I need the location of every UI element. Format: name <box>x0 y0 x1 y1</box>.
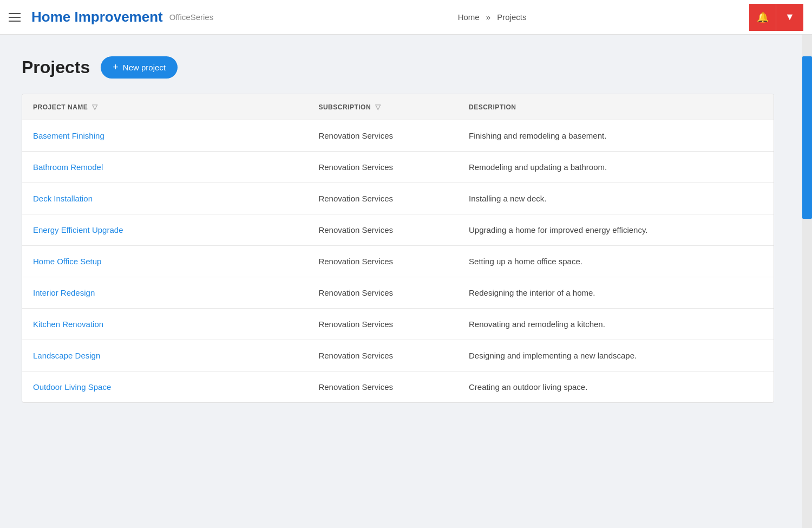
project-name-link[interactable]: Kitchen Renovation <box>33 320 103 329</box>
breadcrumb-home[interactable]: Home <box>458 12 480 22</box>
project-name-link[interactable]: Interior Redesign <box>33 288 95 297</box>
table-body: Basement FinishingRenovation ServicesFin… <box>22 120 774 403</box>
filter-icon-subscription[interactable]: ▽ <box>375 103 381 111</box>
breadcrumb-current: Projects <box>497 12 526 22</box>
new-project-button[interactable]: + New project <box>101 56 178 79</box>
col-header-project-name: PROJECT NAME ▽ <box>22 94 307 120</box>
description-cell: Upgrading a home for improved energy eff… <box>458 214 774 246</box>
app-subtitle: OfficeSeries <box>169 12 213 22</box>
project-name-link[interactable]: Outdoor Living Space <box>33 382 111 392</box>
project-name-cell: Deck Installation <box>22 183 307 214</box>
table-row: Outdoor Living SpaceRenovation ServicesC… <box>22 371 774 403</box>
subscription-cell: Renovation Services <box>307 183 458 214</box>
description-cell: Installing a new deck. <box>458 183 774 214</box>
filter-icon-project[interactable]: ▽ <box>92 103 98 111</box>
project-name-link[interactable]: Landscape Design <box>33 351 100 360</box>
description-cell: Remodeling and updating a bathroom. <box>458 152 774 183</box>
table-row: Energy Efficient UpgradeRenovation Servi… <box>22 214 774 246</box>
project-name-cell: Interior Redesign <box>22 277 307 309</box>
col-header-subscription: SUBSCRIPTION ▽ <box>307 94 458 120</box>
project-name-link[interactable]: Bathroom Remodel <box>33 162 103 172</box>
breadcrumb-separator: » <box>486 12 490 22</box>
table-header: PROJECT NAME ▽ SUBSCRIPTION ▽ DESCRIPTIO… <box>22 94 774 120</box>
projects-table-container: PROJECT NAME ▽ SUBSCRIPTION ▽ DESCRIPTIO… <box>22 94 774 403</box>
description-cell: Redesigning the interior of a home. <box>458 277 774 309</box>
project-name-link[interactable]: Energy Efficient Upgrade <box>33 225 123 234</box>
project-name-cell: Energy Efficient Upgrade <box>22 214 307 246</box>
description-cell: Finishing and remodeling a basement. <box>458 120 774 152</box>
project-name-cell: Basement Finishing <box>22 120 307 152</box>
table-row: Kitchen RenovationRenovation ServicesRen… <box>22 309 774 340</box>
chevron-down-icon: ▼ <box>785 11 795 23</box>
page-title: Projects <box>22 57 90 77</box>
project-name-link[interactable]: Home Office Setup <box>33 257 101 266</box>
scrollbar-track <box>802 35 812 528</box>
subscription-cell: Renovation Services <box>307 340 458 371</box>
col-header-description: DESCRIPTION <box>458 94 774 120</box>
subscription-cell: Renovation Services <box>307 120 458 152</box>
app-title: Home Improvement <box>31 9 163 25</box>
subscription-cell: Renovation Services <box>307 246 458 277</box>
project-name-cell: Outdoor Living Space <box>22 371 307 403</box>
table-row: Home Office SetupRenovation ServicesSett… <box>22 246 774 277</box>
notification-button[interactable]: 🔔 <box>749 4 776 31</box>
header: Home Improvement OfficeSeries Home » Pro… <box>0 0 812 35</box>
scrollbar-thumb[interactable] <box>802 56 812 219</box>
subscription-cell: Renovation Services <box>307 277 458 309</box>
description-cell: Creating an outdoor living space. <box>458 371 774 403</box>
table-row: Basement FinishingRenovation ServicesFin… <box>22 120 774 152</box>
project-name-cell: Home Office Setup <box>22 246 307 277</box>
main-content: Projects + New project PROJECT NAME ▽ <box>0 35 812 425</box>
header-actions: 🔔 ▼ <box>749 4 803 31</box>
bell-icon: 🔔 <box>757 11 769 23</box>
project-name-link[interactable]: Basement Finishing <box>33 131 104 140</box>
description-cell: Setting up a home office space. <box>458 246 774 277</box>
table-row: Bathroom RemodelRenovation ServicesRemod… <box>22 152 774 183</box>
subscription-cell: Renovation Services <box>307 371 458 403</box>
table-row: Landscape DesignRenovation ServicesDesig… <box>22 340 774 371</box>
hamburger-menu-button[interactable] <box>9 13 21 22</box>
project-name-cell: Kitchen Renovation <box>22 309 307 340</box>
projects-table: PROJECT NAME ▽ SUBSCRIPTION ▽ DESCRIPTIO… <box>22 94 774 402</box>
table-row: Deck InstallationRenovation ServicesInst… <box>22 183 774 214</box>
breadcrumb: Home » Projects <box>235 12 749 22</box>
page-title-row: Projects + New project <box>22 56 790 79</box>
subscription-cell: Renovation Services <box>307 152 458 183</box>
table-row: Interior RedesignRenovation ServicesRede… <box>22 277 774 309</box>
new-project-label: New project <box>123 63 166 72</box>
description-cell: Designing and implementing a new landsca… <box>458 340 774 371</box>
plus-icon: + <box>113 62 119 73</box>
project-name-link[interactable]: Deck Installation <box>33 194 93 203</box>
description-cell: Renovating and remodeling a kitchen. <box>458 309 774 340</box>
project-name-cell: Landscape Design <box>22 340 307 371</box>
project-name-cell: Bathroom Remodel <box>22 152 307 183</box>
subscription-cell: Renovation Services <box>307 309 458 340</box>
dropdown-button[interactable]: ▼ <box>776 4 803 31</box>
subscription-cell: Renovation Services <box>307 214 458 246</box>
